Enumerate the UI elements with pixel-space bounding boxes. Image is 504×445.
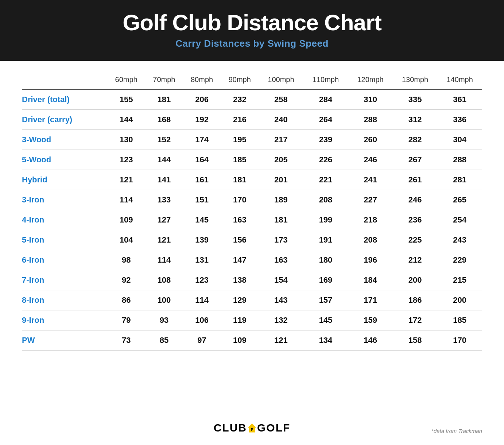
cell-club-name: PW xyxy=(22,330,107,351)
cell-distance: 221 xyxy=(303,170,348,190)
cell-distance: 106 xyxy=(183,310,221,330)
cell-distance: 139 xyxy=(183,230,221,250)
cell-distance: 130 xyxy=(107,130,145,150)
cell-distance: 108 xyxy=(145,270,183,290)
cell-club-name: 7-Iron xyxy=(22,270,107,290)
cell-distance: 265 xyxy=(437,190,482,210)
table-row: 7-Iron92108123138154169184200215 xyxy=(22,270,482,290)
svg-text:P: P xyxy=(251,428,253,432)
cell-distance: 208 xyxy=(303,190,348,210)
cell-distance: 131 xyxy=(183,250,221,270)
table-row: 9-Iron7993106119132145159172185 xyxy=(22,310,482,330)
cell-distance: 145 xyxy=(183,210,221,230)
cell-distance: 261 xyxy=(393,170,438,190)
cell-distance: 206 xyxy=(183,89,221,110)
cell-distance: 161 xyxy=(183,170,221,190)
cell-distance: 157 xyxy=(303,290,348,310)
cell-club-name: Driver (carry) xyxy=(22,110,107,130)
cell-distance: 304 xyxy=(437,130,482,150)
cell-distance: 192 xyxy=(183,110,221,130)
cell-distance: 217 xyxy=(259,130,303,150)
cell-distance: 236 xyxy=(393,210,438,230)
cell-distance: 151 xyxy=(183,190,221,210)
cell-distance: 146 xyxy=(348,330,393,351)
cell-distance: 336 xyxy=(437,110,482,130)
cell-distance: 181 xyxy=(259,210,303,230)
cell-distance: 267 xyxy=(393,150,438,170)
cell-distance: 171 xyxy=(348,290,393,310)
cell-distance: 208 xyxy=(348,230,393,250)
cell-club-name: Driver (total) xyxy=(22,89,107,110)
cell-distance: 201 xyxy=(259,170,303,190)
cell-distance: 185 xyxy=(221,150,259,170)
col-header-130: 130mph xyxy=(393,72,438,89)
cell-distance: 239 xyxy=(303,130,348,150)
cell-distance: 144 xyxy=(107,110,145,130)
house-up-icon: P xyxy=(247,423,257,433)
cell-distance: 212 xyxy=(393,250,438,270)
cell-distance: 173 xyxy=(259,230,303,250)
data-source-label: *data from Trackman xyxy=(431,428,482,434)
cell-distance: 168 xyxy=(145,110,183,130)
cell-distance: 240 xyxy=(259,110,303,130)
cell-distance: 200 xyxy=(437,290,482,310)
cell-distance: 121 xyxy=(145,230,183,250)
cell-distance: 181 xyxy=(221,170,259,190)
cell-distance: 243 xyxy=(437,230,482,250)
cell-distance: 200 xyxy=(393,270,438,290)
table-row: 3-Iron114133151170189208227246265 xyxy=(22,190,482,210)
cell-distance: 145 xyxy=(303,310,348,330)
cell-distance: 123 xyxy=(183,270,221,290)
cell-distance: 174 xyxy=(183,130,221,150)
cell-distance: 246 xyxy=(393,190,438,210)
cell-distance: 361 xyxy=(437,89,482,110)
page-wrapper: Golf Club Distance Chart Carry Distances… xyxy=(0,0,504,445)
cell-distance: 123 xyxy=(107,150,145,170)
cell-distance: 281 xyxy=(437,170,482,190)
cell-distance: 154 xyxy=(259,270,303,290)
cell-distance: 288 xyxy=(348,110,393,130)
cell-club-name: 3-Wood xyxy=(22,130,107,150)
cell-distance: 170 xyxy=(221,190,259,210)
cell-distance: 163 xyxy=(259,250,303,270)
cell-distance: 216 xyxy=(221,110,259,130)
col-header-60: 60mph xyxy=(107,72,145,89)
cell-distance: 258 xyxy=(259,89,303,110)
cell-distance: 155 xyxy=(107,89,145,110)
cell-distance: 144 xyxy=(145,150,183,170)
cell-distance: 159 xyxy=(348,310,393,330)
cell-distance: 246 xyxy=(348,150,393,170)
brand-logo: CLUB P GOLF xyxy=(214,422,291,434)
cell-distance: 169 xyxy=(303,270,348,290)
cell-distance: 73 xyxy=(107,330,145,351)
brand-text-golf: GOLF xyxy=(257,422,290,434)
cell-distance: 185 xyxy=(437,310,482,330)
cell-distance: 85 xyxy=(145,330,183,351)
cell-distance: 132 xyxy=(259,310,303,330)
table-row: 4-Iron109127145163181199218236254 xyxy=(22,210,482,230)
cell-distance: 93 xyxy=(145,310,183,330)
cell-distance: 163 xyxy=(221,210,259,230)
cell-club-name: 6-Iron xyxy=(22,250,107,270)
cell-distance: 170 xyxy=(437,330,482,351)
table-section: 60mph 70mph 80mph 90mph 100mph 110mph 12… xyxy=(0,61,504,418)
col-header-110: 110mph xyxy=(303,72,348,89)
cell-distance: 241 xyxy=(348,170,393,190)
cell-club-name: 5-Iron xyxy=(22,230,107,250)
cell-distance: 158 xyxy=(393,330,438,351)
table-row: PW738597109121134146158170 xyxy=(22,330,482,351)
table-row: Driver (carry)14416819221624026428831233… xyxy=(22,110,482,130)
cell-distance: 218 xyxy=(348,210,393,230)
cell-distance: 109 xyxy=(221,330,259,351)
cell-distance: 119 xyxy=(221,310,259,330)
cell-distance: 109 xyxy=(107,210,145,230)
table-row: Hybrid121141161181201221241261281 xyxy=(22,170,482,190)
table-row: 8-Iron86100114129143157171186200 xyxy=(22,290,482,310)
cell-distance: 195 xyxy=(221,130,259,150)
cell-club-name: 9-Iron xyxy=(22,310,107,330)
col-header-120: 120mph xyxy=(348,72,393,89)
cell-distance: 215 xyxy=(437,270,482,290)
cell-distance: 164 xyxy=(183,150,221,170)
cell-distance: 129 xyxy=(221,290,259,310)
cell-distance: 282 xyxy=(393,130,438,150)
